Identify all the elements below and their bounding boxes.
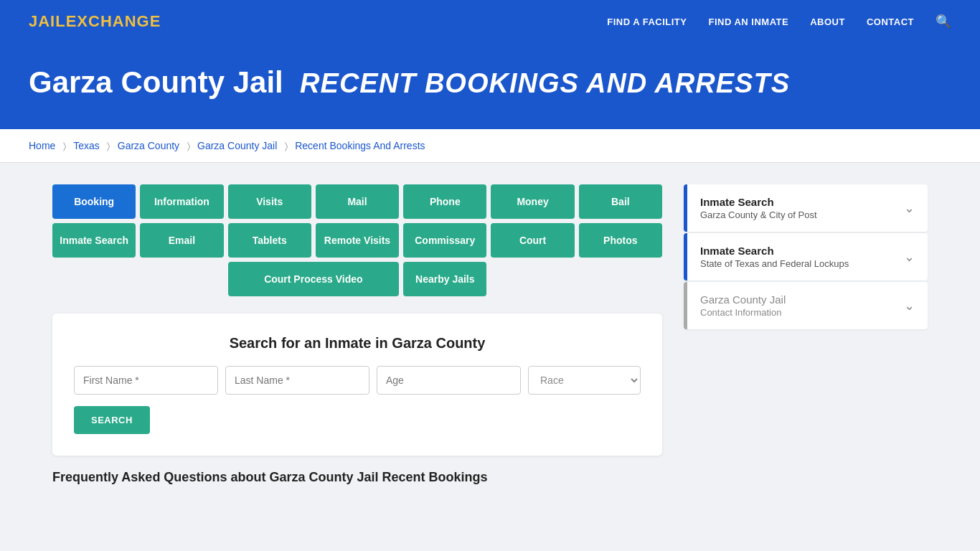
btn-remote-visits[interactable]: Remote Visits [316,223,399,258]
btn-commissary[interactable]: Commissary [403,223,486,258]
right-sidebar: Inmate Search Garza County & City of Pos… [684,184,928,331]
btn-money[interactable]: Money [491,184,574,219]
last-name-input[interactable] [225,366,369,395]
nav-about[interactable]: ABOUT [810,17,845,27]
card-titles-3: Garza County Jail Contact Information [700,293,786,318]
breadcrumb-garza-jail[interactable]: Garza County Jail [197,140,277,151]
hero-title: Garza County Jail RECENT BOOKINGS AND AR… [29,65,951,100]
first-name-input[interactable] [74,366,218,395]
card-sub-title-1: Garza County & City of Post [700,209,817,220]
btn-court[interactable]: Court [491,223,574,258]
breadcrumb-current: Recent Bookings And Arrests [295,140,425,151]
nav-find-inmate[interactable]: FIND AN INMATE [708,17,788,27]
search-button[interactable]: SEARCH [74,406,150,434]
nav-find-facility[interactable]: FIND A FACILITY [607,17,687,27]
card-main-title-1: Inmate Search [700,196,817,208]
hero-section: Garza County Jail RECENT BOOKINGS AND AR… [0,43,980,129]
card-sub-title-2: State of Texas and Federal Lockups [700,258,849,269]
breadcrumb-sep-1: 〉 [63,141,66,151]
navbar: JAILEXCHANGE FIND A FACILITY FIND AN INM… [0,0,980,43]
sidebar-card-contact: Garza County Jail Contact Information ⌄ [684,282,928,329]
breadcrumb: Home 〉 Texas 〉 Garza County 〉 Garza Coun… [0,129,980,163]
age-input[interactable] [377,366,521,395]
btn-booking[interactable]: Booking [52,184,136,219]
breadcrumb-home[interactable]: Home [29,140,55,151]
sidebar-card-header-3[interactable]: Garza County Jail Contact Information ⌄ [687,282,928,329]
btn-inmate-search[interactable]: Inmate Search [52,223,136,258]
nav-button-row2: Inmate Search Email Tablets Remote Visit… [52,223,662,258]
card-titles-2: Inmate Search State of Texas and Federal… [700,245,849,269]
breadcrumb-texas[interactable]: Texas [73,140,100,151]
hero-title-sub: RECENT BOOKINGS AND ARRESTS [300,68,790,98]
breadcrumb-garza-county[interactable]: Garza County [118,140,179,151]
btn-nearby-jails[interactable]: Nearby Jails [403,262,486,296]
breadcrumb-sep-4: 〉 [285,141,288,151]
search-fields: Race White Black Hispanic Asian Other [74,366,641,395]
btn-email[interactable]: Email [140,223,223,258]
brand-exchange: EXCHANGE [66,12,161,30]
breadcrumb-sep-3: 〉 [187,141,190,151]
chevron-icon-2: ⌄ [904,249,915,265]
card-main-title-3: Garza County Jail [700,293,786,306]
race-select[interactable]: Race White Black Hispanic Asian Other [528,366,641,395]
hero-title-main: Garza County Jail [29,65,283,99]
card-sub-title-3: Contact Information [700,307,786,318]
btn-photos[interactable]: Photos [579,223,662,258]
btn-tablets[interactable]: Tablets [228,223,311,258]
btn-court-process[interactable]: Court Process Video [228,262,400,296]
bottom-text: Frequently Asked Questions about Garza C… [52,470,662,485]
sidebar-card-header-1[interactable]: Inmate Search Garza County & City of Pos… [687,184,928,232]
sidebar-card-inmate-search-garza: Inmate Search Garza County & City of Pos… [684,184,928,232]
faq-heading: Frequently Asked Questions about Garza C… [52,470,662,485]
brand-prefix: JAIL [29,12,66,30]
search-box: Search for an Inmate in Garza County Rac… [52,314,662,456]
btn-phone[interactable]: Phone [403,184,486,219]
left-column: Booking Information Visits Mail Phone Mo… [52,184,662,485]
btn-mail[interactable]: Mail [316,184,399,219]
card-main-title-2: Inmate Search [700,245,849,257]
nav-contact[interactable]: CONTACT [867,17,914,27]
nav-button-row1: Booking Information Visits Mail Phone Mo… [52,184,662,219]
brand-logo[interactable]: JAILEXCHANGE [29,12,161,31]
sidebar-card-inmate-search-texas: Inmate Search State of Texas and Federal… [684,233,928,281]
chevron-icon-1: ⌄ [904,200,915,216]
nav-button-row3: Court Process Video Nearby Jails [52,262,662,296]
card-titles-1: Inmate Search Garza County & City of Pos… [700,196,817,220]
chevron-icon-3: ⌄ [904,298,915,314]
main-content: Booking Information Visits Mail Phone Mo… [24,163,956,507]
btn-information[interactable]: Information [140,184,223,219]
search-title: Search for an Inmate in Garza County [74,335,641,352]
breadcrumb-sep-2: 〉 [107,141,110,151]
btn-bail[interactable]: Bail [579,184,662,219]
sidebar-card-header-2[interactable]: Inmate Search State of Texas and Federal… [687,233,928,281]
btn-visits[interactable]: Visits [228,184,311,219]
navbar-links: FIND A FACILITY FIND AN INMATE ABOUT CON… [607,14,951,29]
search-icon[interactable]: 🔍 [936,14,951,29]
